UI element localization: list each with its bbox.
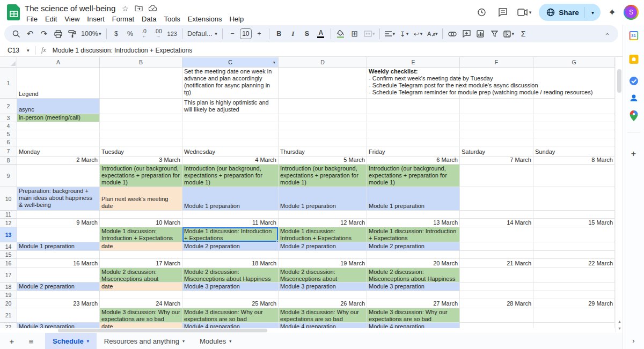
decrease-decimals-button[interactable]: .0← xyxy=(138,27,151,40)
cell-B1[interactable] xyxy=(100,68,182,99)
cell-C5[interactable] xyxy=(182,130,279,138)
hide-menus-icon[interactable]: › xyxy=(600,27,613,40)
cell-G12[interactable]: 15 March xyxy=(533,219,615,227)
create-filter-icon[interactable] xyxy=(488,27,501,40)
cell-E10[interactable]: Module 1 preparation xyxy=(367,187,460,211)
row-header-7[interactable]: 7 xyxy=(0,146,17,157)
cell-E9[interactable]: Introduction (our background, expectatio… xyxy=(367,165,460,187)
insert-chart-icon[interactable] xyxy=(474,27,487,40)
vertical-scrollbar[interactable]: ▲ ▼ xyxy=(616,57,623,332)
cell-E6[interactable] xyxy=(367,138,460,146)
row-header-17[interactable]: 17 xyxy=(0,268,17,283)
cell-D16[interactable]: 19 March xyxy=(279,259,367,268)
row-header-18[interactable]: 18 xyxy=(0,283,17,291)
cell-A16[interactable]: 16 March xyxy=(17,259,100,268)
col-header-A[interactable]: A xyxy=(17,57,100,68)
merge-cells-button[interactable]: ▾ xyxy=(362,27,377,40)
add-sheet-button[interactable]: + xyxy=(4,335,19,347)
cell-B19[interactable] xyxy=(100,291,182,299)
cell-A15[interactable] xyxy=(17,251,100,259)
cell-A13[interactable] xyxy=(17,227,100,242)
cell-G16[interactable]: 22 March xyxy=(533,259,615,268)
cell-F17[interactable] xyxy=(460,268,533,283)
select-all-corner[interactable] xyxy=(0,57,17,68)
calendar-icon[interactable]: 31 xyxy=(629,31,638,40)
cell-E12[interactable]: 13 March xyxy=(367,219,460,227)
name-box[interactable]: C13 ▾ xyxy=(0,47,35,54)
cell-A10[interactable]: Preparation: background + main ideas abo… xyxy=(17,187,100,211)
cell-B17[interactable]: Module 2 discussion: Misconceptions abou… xyxy=(100,268,182,283)
cell-D13[interactable]: Module 1 discussion: Introduction + Expe… xyxy=(279,227,367,242)
cell-G19[interactable] xyxy=(533,291,615,299)
contacts-icon[interactable] xyxy=(629,93,639,103)
sheet-tab-modules[interactable]: Modules▾ xyxy=(192,333,239,349)
cell-D18[interactable]: Module 3 preparation xyxy=(279,283,367,291)
cell-F8[interactable]: 7 March xyxy=(460,157,533,165)
sheet-tab-caret-icon[interactable]: ▾ xyxy=(87,339,89,344)
text-color-button[interactable]: A xyxy=(314,27,327,40)
cell-C4[interactable] xyxy=(182,122,279,130)
cell-C14[interactable]: Module 2 preparation xyxy=(182,242,279,251)
row-header-14[interactable]: 14 xyxy=(0,242,17,251)
cell-G18[interactable] xyxy=(533,283,615,291)
cell-D4[interactable] xyxy=(279,122,367,130)
cell-C13[interactable]: Module 1 discussion: Introduction + Expe… xyxy=(182,227,279,242)
row-header-1[interactable]: 1 xyxy=(0,68,17,99)
row-header-11[interactable]: 11 xyxy=(0,211,17,219)
cell-F11[interactable] xyxy=(460,211,533,219)
decrease-font-size-button[interactable]: − xyxy=(226,27,239,40)
menu-data[interactable]: Data xyxy=(138,14,160,24)
cell-D22[interactable]: Module 4 preparation xyxy=(279,323,367,328)
menu-view[interactable]: View xyxy=(61,14,83,24)
horizontal-scrollbar[interactable] xyxy=(17,328,616,333)
cell-E15[interactable] xyxy=(367,251,460,259)
namebox-caret-icon[interactable]: ▾ xyxy=(27,48,30,53)
cell-F18[interactable] xyxy=(460,283,533,291)
cell-G14[interactable] xyxy=(533,242,615,251)
cell-D5[interactable] xyxy=(279,130,367,138)
all-sheets-button[interactable]: ≡ xyxy=(24,335,39,347)
row-header-16[interactable]: 16 xyxy=(0,259,17,268)
print-icon[interactable] xyxy=(52,27,64,40)
cell-A20[interactable]: 23 March xyxy=(17,299,100,308)
insert-link-icon[interactable] xyxy=(446,27,459,40)
cell-A9[interactable] xyxy=(17,165,100,187)
menu-tools[interactable]: Tools xyxy=(160,14,184,24)
menu-format[interactable]: Format xyxy=(108,14,138,24)
cell-E3[interactable] xyxy=(367,114,460,122)
functions-button[interactable]: Σ xyxy=(517,27,530,40)
row-header-10[interactable]: 10 xyxy=(0,187,17,211)
row-header-13[interactable]: 13 xyxy=(0,227,17,242)
strikethrough-button[interactable]: S xyxy=(301,27,313,40)
cell-B21[interactable]: Module 3 discussion: Why our expectation… xyxy=(100,308,182,323)
cell-B10[interactable]: Plan next week's meeting date xyxy=(100,187,182,211)
col-menu-caret-icon[interactable]: ▾ xyxy=(273,60,275,65)
cell-E14[interactable]: Module 2 preparation xyxy=(367,242,460,251)
cell-E21[interactable]: Module 3 discussion: Why our expectation… xyxy=(367,308,460,323)
star-icon[interactable]: ☆ xyxy=(121,4,129,13)
row-header-20[interactable]: 20 xyxy=(0,299,17,308)
account-avatar[interactable]: S xyxy=(624,5,639,20)
cell-B22[interactable]: Plan next week's meeting date xyxy=(100,323,182,328)
font-select[interactable]: Defaul...▾ xyxy=(186,27,219,40)
menu-insert[interactable]: Insert xyxy=(83,14,108,24)
cell-B5[interactable] xyxy=(100,130,182,138)
cell-C19[interactable] xyxy=(182,291,279,299)
cell-D6[interactable] xyxy=(279,138,367,146)
cell-B6[interactable] xyxy=(100,138,182,146)
cell-B15[interactable] xyxy=(100,251,182,259)
col-header-F[interactable]: F xyxy=(460,57,533,68)
get-addons-button[interactable]: + xyxy=(631,149,636,159)
cell-A14[interactable]: Module 1 preparation xyxy=(17,242,100,251)
cell-E13[interactable]: Module 1 discussion: Introduction + Expe… xyxy=(367,227,460,242)
cell-F22[interactable] xyxy=(460,323,533,328)
cell-B18[interactable]: Plan next week's meeting date xyxy=(100,283,182,291)
cell-G8[interactable]: 8 March xyxy=(533,157,615,165)
sheet-tab-caret-icon[interactable]: ▾ xyxy=(182,339,185,344)
cell-D10[interactable]: Module 1 preparation xyxy=(279,187,367,211)
col-header-C[interactable]: C▾ xyxy=(182,57,279,68)
cell-C7[interactable]: Wednesday xyxy=(182,146,279,157)
row-header-15[interactable]: 15 xyxy=(0,251,17,259)
sheet-tab-caret-icon[interactable]: ▾ xyxy=(229,339,231,344)
cell-C8[interactable]: 4 March xyxy=(182,157,279,165)
